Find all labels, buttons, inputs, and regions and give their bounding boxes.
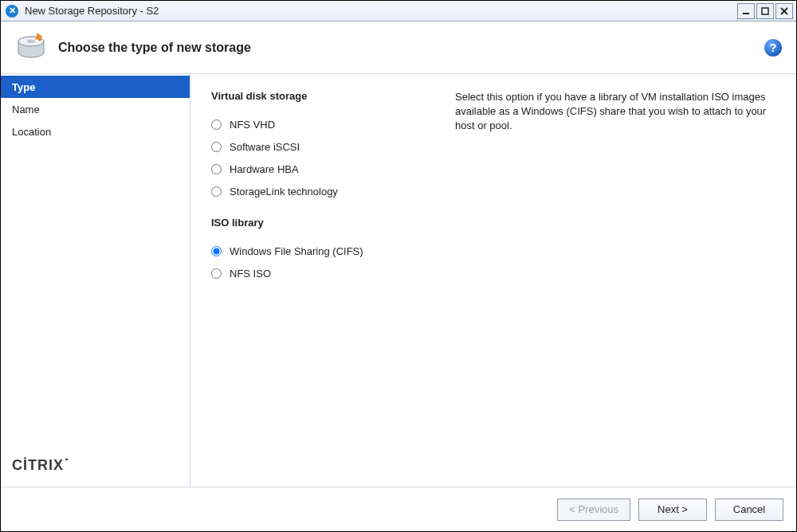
step-label: Name [12,104,40,115]
wizard-footer: < Previous Next > Cancel [1,487,796,531]
window-controls [736,3,793,19]
minimize-button[interactable] [737,3,755,19]
wizard-window: ✕ New Storage Repository - S2 Choo [0,0,797,532]
radio-nfs-vhd[interactable] [211,119,222,130]
option-software-iscsi[interactable]: Software iSCSI [211,135,434,158]
window-title: New Storage Repository - S2 [25,5,736,17]
step-location[interactable]: Location [1,120,190,143]
option-label: Windows File Sharing (CIFS) [230,245,363,257]
wizard-body: Type Name Location CİTRIX˙ Virtual disk … [1,74,796,487]
option-label: Software iSCSI [230,141,300,153]
group-title-virtual-disk: Virtual disk storage [211,90,434,102]
close-icon [780,7,788,15]
option-label: NFS VHD [230,119,275,131]
next-button[interactable]: Next > [638,499,707,521]
option-label: Hardware HBA [230,163,299,175]
sidebar: Type Name Location CİTRIX˙ [1,74,190,487]
wizard-header: Choose the type of new storage ? [1,22,796,74]
maximize-button[interactable] [756,3,774,19]
citrix-logo: CİTRIX˙ [12,457,70,473]
step-name[interactable]: Name [1,98,190,120]
titlebar: ✕ New Storage Repository - S2 [1,1,796,22]
option-nfs-iso[interactable]: NFS ISO [211,262,434,284]
option-label: NFS ISO [230,268,271,280]
option-description: Select this option if you have a library… [455,90,775,480]
page-title: Choose the type of new storage [58,41,764,55]
group-title-iso-library: ISO library [211,217,434,229]
main-content: Virtual disk storage NFS VHD Software iS… [190,74,796,487]
sidebar-steps: Type Name Location [1,74,190,446]
minimize-icon [742,7,750,15]
option-label: StorageLink technology [230,186,338,198]
radio-storagelink[interactable] [211,186,222,197]
radio-nfs-iso[interactable] [211,268,222,279]
option-hardware-hba[interactable]: Hardware HBA [211,158,434,180]
radio-cifs[interactable] [211,246,222,256]
svg-point-6 [27,40,35,43]
maximize-icon [761,7,769,15]
help-button[interactable]: ? [764,39,782,57]
cancel-button[interactable]: Cancel [715,499,783,521]
option-cifs[interactable]: Windows File Sharing (CIFS) [211,240,434,262]
app-icon: ✕ [6,5,18,18]
option-nfs-vhd[interactable]: NFS VHD [211,113,434,135]
storage-icon [15,32,47,64]
help-icon: ? [770,41,777,54]
brand-area: CİTRIX˙ [1,446,190,487]
radio-software-iscsi[interactable] [211,142,222,152]
storage-type-options: Virtual disk storage NFS VHD Software iS… [211,90,434,480]
radio-hardware-hba[interactable] [211,164,222,174]
step-type[interactable]: Type [1,76,190,98]
option-storagelink[interactable]: StorageLink technology [211,180,434,202]
step-label: Location [12,126,51,138]
step-label: Type [12,81,35,93]
previous-button[interactable]: < Previous [557,499,630,521]
svg-rect-1 [762,8,768,14]
close-button[interactable] [775,3,793,19]
